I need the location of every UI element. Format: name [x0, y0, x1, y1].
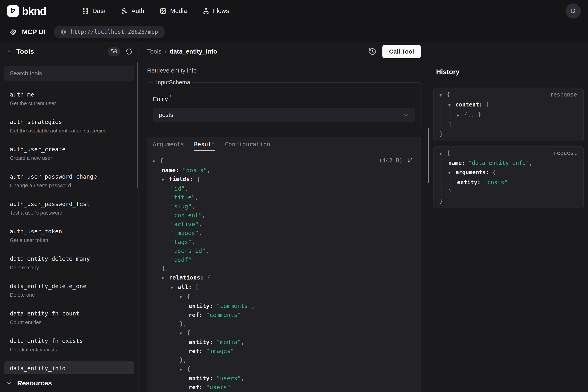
json-line: ▼arguments: { [433, 168, 584, 178]
nav-item-data[interactable]: Data [82, 8, 105, 14]
brand-wordmark: bknd [22, 5, 46, 17]
app-body: Tools 50 auth_me Get the current user [0, 42, 588, 392]
tool-list-item[interactable]: auth_user_password_test Test a user's pa… [4, 197, 134, 220]
history-entry-request[interactable]: request ▼{name: "data_entity_info",▼argu… [433, 146, 584, 208]
json-line: entity: "posts" [433, 178, 584, 187]
json-line: } [433, 196, 584, 206]
collapse-triangle-icon[interactable]: ▼ [162, 274, 169, 283]
tools-scroll-area: auth_me Get the current user auth_strate… [0, 61, 139, 374]
expand-triangle-icon[interactable]: ▶ [457, 110, 464, 120]
nav-item-label: Flows [213, 8, 229, 14]
tool-name: data_entity_fn_count [10, 310, 129, 317]
json-line: "users_id", [147, 246, 420, 255]
result-json-viewer: (442 B) ▼{name: "posts",▼fields: ["id","… [147, 151, 420, 392]
tool-description: Change a user's password [10, 182, 129, 188]
workflow-icon [202, 8, 209, 14]
collapse-triangle-icon[interactable]: ▼ [448, 100, 455, 110]
tab-configuration[interactable]: Configuration [225, 137, 270, 151]
tool-description: Create a new user [10, 155, 129, 161]
tool-description: Test a user's password [10, 210, 129, 216]
json-line: ▼{ [433, 148, 584, 158]
collapse-triangle-icon[interactable]: ▼ [153, 157, 160, 166]
collapse-triangle-icon[interactable]: ▼ [439, 90, 447, 100]
search-input[interactable] [4, 66, 134, 81]
entity-select[interactable]: posts [153, 108, 415, 122]
tool-list-item[interactable]: data_entity_delete_one Delete one [4, 279, 134, 302]
breadcrumb: Tools / data_entity_info [147, 48, 217, 55]
tool-list-item[interactable]: auth_user_password_change Change a user'… [4, 170, 134, 192]
nav-item-auth[interactable]: Auth [121, 8, 144, 14]
chevron-down-icon[interactable] [6, 380, 12, 386]
tool-description: Get a user token [10, 237, 129, 243]
nav-item-flows[interactable]: Flows [202, 8, 229, 14]
json-line: }, [147, 319, 420, 328]
json-line: name: "data_entity_info", [433, 158, 584, 168]
json-line: name: "posts", [147, 166, 420, 175]
tool-name: auth_user_create [10, 146, 129, 153]
tool-list-item[interactable]: auth_user_create Create a new user [4, 142, 134, 165]
json-line: ] [433, 120, 584, 129]
tool-name: data_entity_fn_exists [10, 338, 129, 344]
mcp-subheader: MCP UI http://localhost:28623/mcp [0, 22, 588, 42]
tab-arguments[interactable]: Arguments [153, 137, 184, 151]
tab-result[interactable]: Result [194, 137, 215, 151]
history-clock-icon[interactable] [369, 48, 377, 56]
tool-list-item[interactable]: data_entity_info Retrieve entity info [4, 361, 134, 374]
chevron-down-icon [403, 112, 409, 118]
tool-description: Get the available authentication strateg… [10, 128, 129, 134]
tool-name: auth_user_password_change [10, 173, 129, 180]
mcp-icon [8, 28, 17, 36]
json-line: ▼fields: [ [147, 174, 420, 184]
tool-detail-panel: Tools / data_entity_info Call Tool Retri… [139, 42, 429, 392]
json-line: ▼{ [147, 328, 420, 338]
json-line: "content", [147, 211, 420, 220]
page-title: MCP UI [22, 28, 45, 36]
tools-section-title: Tools [16, 48, 34, 55]
main-scrollbar-thumb[interactable] [428, 128, 429, 183]
collapse-triangle-icon[interactable]: ▼ [171, 283, 178, 292]
history-panel: History response ▼{▼content: [▶{...}]} r… [429, 42, 588, 392]
tool-list-item[interactable]: data_entity_delete_many Delete many [4, 252, 134, 275]
collapse-triangle-icon[interactable]: ▼ [180, 365, 187, 374]
collapse-triangle-icon[interactable]: ▼ [180, 329, 187, 338]
sidebar-scrollbar-thumb[interactable] [137, 62, 138, 188]
tool-list: auth_me Get the current user auth_strate… [4, 88, 134, 374]
fingerprint-icon [121, 8, 128, 14]
tools-sidebar: Tools 50 auth_me Get the current user [0, 42, 139, 392]
entity-field-label: Entity* [153, 94, 415, 102]
user-avatar[interactable]: D [566, 4, 581, 18]
tool-list-item[interactable]: auth_me Get the current user [4, 88, 134, 110]
tool-list-item[interactable]: auth_user_token Get a user token [4, 224, 134, 247]
call-tool-button[interactable]: Call Tool [383, 45, 421, 58]
mcp-url: http://localhost:28623/mcp [70, 28, 158, 35]
tool-name: data_entity_info [10, 365, 129, 372]
input-schema-legend: InputSchema [154, 79, 192, 86]
json-line: } [433, 129, 584, 139]
resources-section-title: Resources [17, 379, 52, 387]
tool-list-item[interactable]: data_entity_fn_count Count entities [4, 306, 134, 330]
collapse-triangle-icon[interactable]: ▼ [439, 149, 447, 158]
mcp-url-pill[interactable]: http://localhost:28623/mcp [54, 26, 165, 38]
nav-item-media[interactable]: Media [160, 8, 187, 14]
tool-name: auth_strategies [10, 118, 129, 125]
collapse-triangle-icon[interactable]: ▼ [180, 293, 187, 302]
input-schema-fieldset: InputSchema Entity* posts [147, 79, 421, 130]
json-line: ref: "users" [147, 383, 420, 392]
resources-section-header[interactable]: Resources [0, 374, 139, 392]
history-entry-response[interactable]: response ▼{▼content: [▶{...}]} [433, 88, 584, 141]
collapse-triangle-icon[interactable]: ▼ [162, 175, 169, 184]
tool-list-item[interactable]: auth_strategies Get the available authen… [4, 115, 134, 138]
tool-list-item[interactable]: data_entity_fn_exists Check if entity ex… [4, 334, 134, 357]
json-line: ▼{ [147, 156, 420, 166]
json-line: ▼relations: { [147, 273, 420, 283]
brand-logo[interactable]: bknd [7, 5, 46, 17]
json-line: "asdf" [147, 255, 420, 264]
tool-name: data_entity_delete_many [10, 255, 129, 262]
json-line: ], [147, 264, 420, 273]
nav-item-label: Media [170, 8, 187, 14]
collapse-triangle-icon[interactable]: ▼ [448, 168, 455, 178]
json-line: ▶{...} [433, 110, 584, 120]
refresh-icon[interactable] [125, 48, 133, 55]
breadcrumb-parent[interactable]: Tools [147, 48, 162, 55]
chevron-up-icon[interactable] [6, 48, 12, 54]
